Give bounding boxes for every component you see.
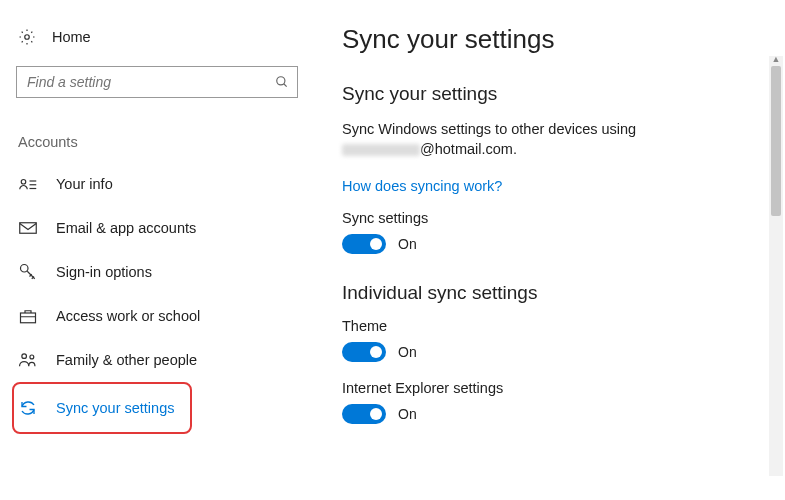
- briefcase-icon: [18, 308, 38, 324]
- sidebar-item-email-accounts[interactable]: Email & app accounts: [16, 206, 294, 250]
- search-input[interactable]: [16, 66, 298, 98]
- scrollbar[interactable]: ▲: [769, 56, 783, 476]
- section-heading: Individual sync settings: [342, 282, 761, 304]
- svg-rect-7: [20, 223, 37, 234]
- sidebar-item-label: Sync your settings: [56, 400, 174, 416]
- ie-settings-toggle[interactable]: [342, 404, 386, 424]
- gear-icon: [18, 28, 36, 46]
- svg-line-2: [284, 84, 287, 87]
- svg-rect-9: [21, 313, 36, 323]
- toggle-state-text: On: [398, 236, 417, 252]
- theme-toggle[interactable]: [342, 342, 386, 362]
- people-icon: [18, 352, 38, 368]
- syncing-help-link[interactable]: How does syncing work?: [342, 178, 502, 194]
- sidebar-item-label: Family & other people: [56, 352, 197, 368]
- svg-point-1: [277, 77, 285, 85]
- mail-icon: [18, 221, 38, 235]
- sidebar-item-label: Email & app accounts: [56, 220, 196, 236]
- desc-prefix: Sync Windows settings to other devices u…: [342, 121, 636, 137]
- desc-suffix: @hotmail.com.: [420, 141, 517, 157]
- svg-point-8: [21, 265, 29, 273]
- redacted-email-user: [342, 144, 420, 156]
- sidebar-section-label: Accounts: [16, 134, 294, 150]
- sync-icon: [18, 399, 38, 417]
- sidebar-item-label: Access work or school: [56, 308, 200, 324]
- active-item-highlight: Sync your settings: [12, 382, 192, 434]
- sidebar-item-label: Your info: [56, 176, 113, 192]
- svg-point-0: [25, 35, 30, 40]
- search-icon: [275, 75, 289, 89]
- sidebar-item-your-info[interactable]: Your info: [16, 162, 294, 206]
- main-content: Sync your settings Sync your settings Sy…: [310, 0, 785, 500]
- key-icon: [18, 263, 38, 281]
- sync-description: Sync Windows settings to other devices u…: [342, 119, 761, 160]
- section-heading: Sync your settings: [342, 83, 761, 105]
- theme-label: Theme: [342, 318, 761, 334]
- sidebar-item-signin-options[interactable]: Sign-in options: [16, 250, 294, 294]
- svg-point-11: [30, 355, 34, 359]
- sync-settings-toggle[interactable]: [342, 234, 386, 254]
- home-nav[interactable]: Home: [16, 28, 294, 46]
- sidebar-item-access-work-school[interactable]: Access work or school: [16, 294, 294, 338]
- scroll-up-icon[interactable]: ▲: [771, 54, 781, 64]
- person-card-icon: [18, 177, 38, 191]
- svg-point-3: [21, 180, 26, 185]
- sidebar-item-sync-settings[interactable]: Sync your settings: [16, 386, 184, 430]
- sidebar-item-family-people[interactable]: Family & other people: [16, 338, 294, 382]
- home-label: Home: [52, 29, 91, 45]
- sidebar: Home Accounts Your info: [0, 0, 310, 500]
- search-field[interactable]: [25, 73, 275, 91]
- toggle-state-text: On: [398, 344, 417, 360]
- toggle-state-text: On: [398, 406, 417, 422]
- scrollbar-thumb[interactable]: [771, 66, 781, 216]
- sidebar-item-label: Sign-in options: [56, 264, 152, 280]
- page-title: Sync your settings: [342, 24, 761, 55]
- sync-settings-label: Sync settings: [342, 210, 761, 226]
- ie-settings-label: Internet Explorer settings: [342, 380, 761, 396]
- svg-point-10: [22, 354, 27, 359]
